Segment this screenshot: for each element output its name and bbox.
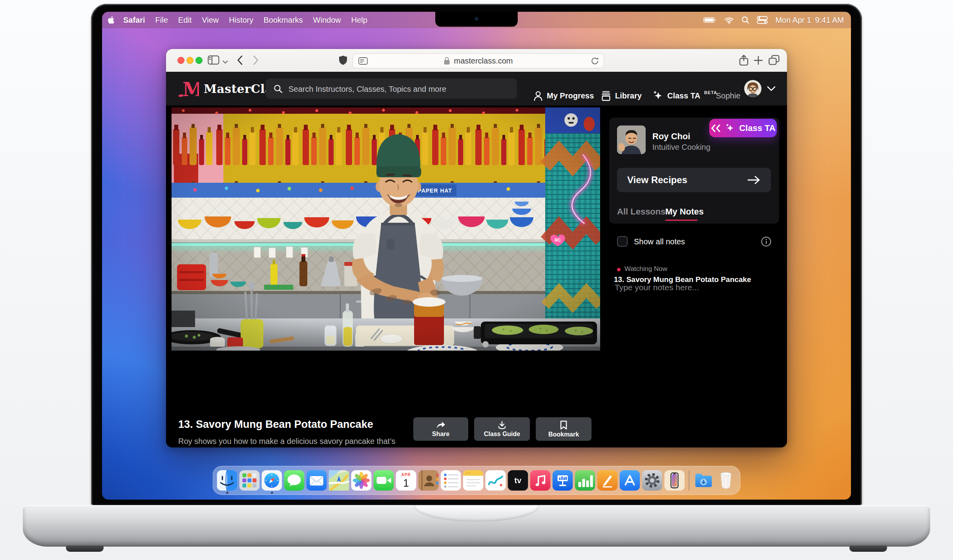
dock-icon-safari[interactable] [262,470,282,491]
masterclass-page-body: PAPER HAT [166,105,787,447]
tab-all-lessons[interactable]: All Lessons [617,207,665,217]
reader-icon[interactable] [358,57,368,67]
minimize-window-button[interactable] [186,57,194,64]
info-icon[interactable] [761,236,771,248]
dock-icon-launchpad[interactable] [239,470,260,491]
dock-icon-calendar[interactable]: APR1 [396,470,416,491]
dock-icon-facetime[interactable] [374,470,394,491]
running-indicator [226,492,228,494]
sidebar-toggle-icon[interactable] [208,55,219,67]
search-input[interactable] [288,78,509,100]
dock-icon-photos[interactable] [351,470,372,491]
masterclass-logo-mark: M [179,79,199,98]
apple-menu-icon[interactable] [102,16,118,24]
back-button[interactable] [237,55,243,67]
class-guide-button[interactable]: Class Guide [474,417,530,441]
menu-window[interactable]: Window [308,16,346,25]
dock-icon-freeform[interactable] [486,470,506,491]
dock-icon-reminders[interactable] [441,470,461,491]
dock-icon-app-store[interactable] [620,470,640,491]
wifi-icon[interactable] [724,16,734,24]
tab-overview-icon[interactable] [769,55,780,67]
safari-toolbar: masterclass.com [166,49,787,72]
lesson-description: Roy shows you how to make a delicious sa… [178,436,418,447]
beta-badge: BETA [704,90,717,95]
nav-library[interactable]: Library [601,87,642,104]
control-center-icon[interactable] [757,16,768,24]
macbook-foot-right [849,545,887,552]
watching-now-label: Watching Now [624,265,667,273]
macbook-foot-left [66,545,104,552]
marketing-canvas: Safari File Edit View History Bookmarks … [0,0,953,560]
url-text: masterclass.com [454,56,513,65]
show-all-notes-checkbox[interactable] [617,236,628,247]
download-icon [497,421,507,429]
nav-class-ta[interactable]: Class TA BETA [652,87,717,104]
dock-icon-trash[interactable] [716,470,736,491]
account-chevron-down-icon[interactable] [767,86,776,93]
nav-my-progress[interactable]: My Progress [533,87,594,104]
share-button[interactable]: Share [413,417,468,441]
reload-icon[interactable] [591,57,599,67]
svg-text:tv: tv [515,476,522,485]
menu-help[interactable]: Help [346,16,372,25]
menu-view[interactable]: View [197,16,224,25]
bookmark-icon [560,420,568,430]
safari-window: masterclass.com [166,49,787,447]
masterclass-header: M MasterClass My Progress Library [166,72,787,105]
arrow-right-icon [747,175,761,185]
dock-icon-contacts[interactable] [418,470,439,491]
new-tab-icon[interactable] [754,56,763,67]
lock-icon [444,56,450,65]
share-page-icon[interactable] [739,55,749,68]
dock-icon-iphone-mirroring[interactable] [665,470,685,491]
dock-icon-music[interactable] [530,470,551,491]
sidebar-chevron-icon[interactable] [223,58,228,65]
bookmark-button[interactable]: Bookmark [536,417,592,441]
dock-icon-finder[interactable] [217,470,237,491]
collapse-chevrons-icon [710,124,721,132]
view-recipes-button[interactable]: View Recipes [617,168,771,192]
address-bar[interactable]: masterclass.com [352,53,604,68]
vignette [172,107,600,351]
person-icon [533,91,543,101]
menu-safari[interactable]: Safari [118,16,150,25]
svg-text:1: 1 [403,477,409,489]
avatar[interactable] [744,80,761,97]
tab-my-notes[interactable]: My Notes [665,207,704,217]
dock-icon-pages[interactable] [597,470,618,491]
site-search-bar[interactable] [266,78,517,99]
forward-button[interactable] [253,55,259,67]
facetime-camera [475,17,478,21]
menu-edit[interactable]: Edit [173,16,197,25]
menu-file[interactable]: File [150,16,173,25]
class-ta-button[interactable]: Class TA [709,119,777,137]
dock-icon-maps[interactable] [329,470,349,491]
menu-history[interactable]: History [224,16,258,25]
dock-icon-downloads[interactable] [694,470,714,491]
menu-bar-time[interactable]: 9:41 AM [815,16,844,25]
dock-icon-mail[interactable] [307,470,327,491]
dock: APR1 tv [213,466,741,495]
close-window-button[interactable] [177,57,184,64]
battery-icon[interactable] [703,16,717,24]
course-title: Intuitive Cooking [652,143,710,152]
menu-bar-date[interactable]: Mon Apr 1 [775,16,811,25]
video-player[interactable]: PAPER HAT [172,107,600,351]
menu-bookmarks[interactable]: Bookmarks [259,16,308,25]
spotlight-search-icon[interactable] [741,16,749,24]
dock-icon-notes[interactable] [463,470,484,491]
display-notch [435,12,518,27]
privacy-shield-icon[interactable] [338,55,348,67]
dock-icon-system-settings[interactable] [642,470,663,491]
zoom-window-button[interactable] [195,57,203,64]
dock-icon-keynote[interactable] [553,470,573,491]
dock-icon-messages[interactable] [284,470,305,491]
notes-input[interactable] [614,282,779,345]
svg-text:APR: APR [401,473,411,477]
active-tab-underline [665,220,697,221]
dock-icon-numbers[interactable] [575,470,595,491]
dock-icon-tv[interactable]: tv [508,470,528,491]
sparkle-icon [652,90,663,101]
watching-now-dot [617,268,621,271]
